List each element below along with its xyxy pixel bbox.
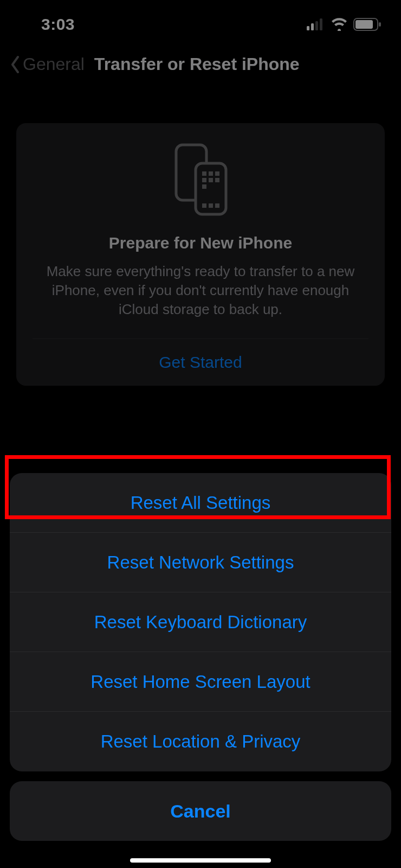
cellular-icon xyxy=(307,18,325,30)
status-icons xyxy=(307,18,381,31)
back-label: General xyxy=(23,54,85,74)
reset-all-settings-option[interactable]: Reset All Settings xyxy=(10,473,391,533)
prepare-description: Make sure everything's ready to transfer… xyxy=(33,262,368,319)
svg-rect-13 xyxy=(209,178,213,182)
svg-rect-9 xyxy=(202,171,206,176)
get-started-button[interactable]: Get Started xyxy=(33,339,368,386)
svg-rect-16 xyxy=(202,203,206,208)
svg-rect-17 xyxy=(209,203,213,208)
page-title: Transfer or Reset iPhone xyxy=(94,54,300,74)
svg-rect-11 xyxy=(215,171,219,176)
reset-location-privacy-option[interactable]: Reset Location & Privacy xyxy=(10,712,391,771)
prepare-card: Prepare for New iPhone Make sure everyth… xyxy=(16,123,385,386)
home-indicator[interactable] xyxy=(130,858,271,863)
chevron-left-icon xyxy=(10,55,21,74)
svg-rect-1 xyxy=(311,23,314,30)
battery-icon xyxy=(353,18,381,31)
wifi-icon xyxy=(331,18,348,31)
back-button[interactable]: General xyxy=(10,54,85,74)
action-sheet: Reset All Settings Reset Network Setting… xyxy=(0,473,401,841)
svg-rect-12 xyxy=(202,178,206,182)
svg-rect-3 xyxy=(320,18,322,30)
nav-bar: General Transfer or Reset iPhone xyxy=(0,49,401,91)
svg-rect-14 xyxy=(215,178,219,182)
svg-rect-6 xyxy=(379,22,381,27)
reset-network-settings-option[interactable]: Reset Network Settings xyxy=(10,533,391,592)
status-time: 3:03 xyxy=(41,15,75,34)
svg-rect-15 xyxy=(202,184,206,189)
sheet-options-group: Reset All Settings Reset Network Setting… xyxy=(10,473,391,771)
svg-rect-10 xyxy=(209,171,213,176)
prepare-title: Prepare for New iPhone xyxy=(109,234,292,252)
svg-rect-2 xyxy=(315,21,318,30)
cancel-button[interactable]: Cancel xyxy=(10,781,391,841)
svg-rect-18 xyxy=(215,203,219,208)
phones-icon xyxy=(171,142,230,218)
reset-keyboard-dictionary-option[interactable]: Reset Keyboard Dictionary xyxy=(10,592,391,652)
svg-rect-0 xyxy=(307,26,309,30)
status-bar: 3:03 xyxy=(0,0,401,49)
reset-home-screen-layout-option[interactable]: Reset Home Screen Layout xyxy=(10,652,391,712)
svg-rect-5 xyxy=(355,20,373,29)
